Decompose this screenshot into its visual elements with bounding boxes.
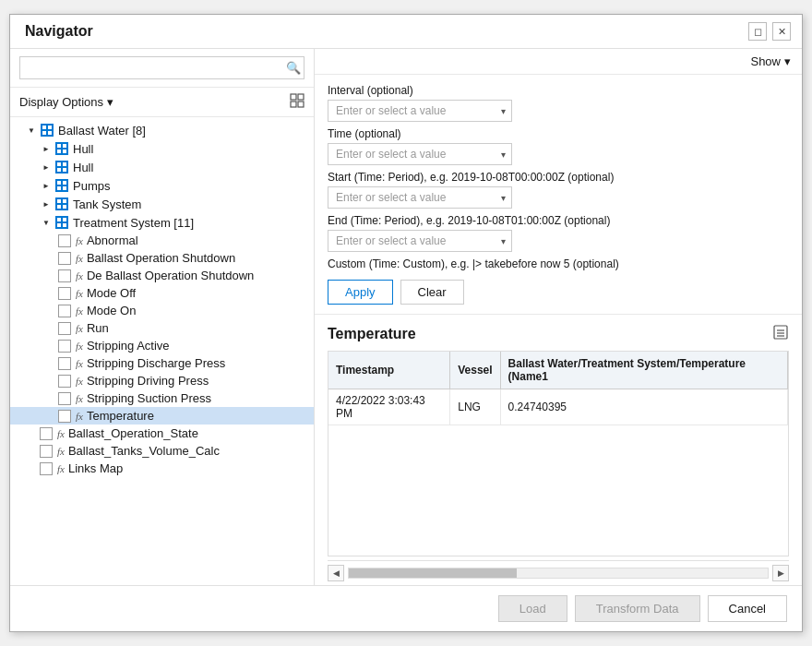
load-button: Load bbox=[498, 595, 567, 622]
tree-item-stripping-active[interactable]: fx Stripping Active bbox=[10, 337, 314, 354]
tree-label-de-ballast-op-shutdown: De Ballast Operation Shutdown bbox=[87, 269, 254, 282]
search-input-wrap: 🔍 bbox=[19, 56, 304, 79]
tree-item-abnormal[interactable]: fx Abnormal bbox=[10, 232, 314, 249]
checkbox-stripping-suction-press[interactable] bbox=[58, 392, 71, 405]
tree-label-ballast-water: Ballast Water [8] bbox=[58, 124, 146, 138]
checkbox-run[interactable] bbox=[58, 322, 71, 335]
checkbox-ballast-tanks-vol[interactable] bbox=[40, 445, 53, 458]
svg-rect-0 bbox=[291, 94, 296, 100]
interval-label: Interval (optional) bbox=[328, 84, 789, 97]
tree-item-ballast-water[interactable]: ▼ Ballast Water [8] bbox=[10, 121, 314, 139]
results-table-wrap: Timestamp Vessel Ballast Water/Treatment… bbox=[328, 351, 789, 556]
fx-icon-run: fx bbox=[76, 323, 83, 334]
fx-icon-stripping-active: fx bbox=[76, 341, 83, 352]
results-header: Temperature bbox=[328, 324, 789, 343]
tree-label-stripping-driving-press: Stripping Driving Press bbox=[87, 374, 209, 388]
search-input[interactable] bbox=[19, 56, 304, 79]
svg-rect-1 bbox=[298, 94, 304, 100]
tree-item-hull-2[interactable]: ► Hull bbox=[10, 158, 314, 176]
start-label: Start (Time: Period), e.g. 2019-10-08T00… bbox=[328, 171, 789, 184]
tree-item-stripping-discharge-press[interactable]: fx Stripping Discharge Press bbox=[10, 354, 314, 372]
clear-button[interactable]: Clear bbox=[400, 280, 464, 305]
display-options-button[interactable]: Display Options ▾ bbox=[19, 95, 113, 109]
tree-label-stripping-discharge-press: Stripping Discharge Press bbox=[87, 356, 225, 370]
expand-icon-hull-2: ► bbox=[40, 161, 53, 173]
checkbox-abnormal[interactable] bbox=[58, 234, 71, 247]
checkbox-temperature[interactable] bbox=[58, 410, 71, 423]
expand-icon-treatment-system: ▼ bbox=[40, 216, 53, 229]
time-select[interactable]: Enter or select a value bbox=[328, 143, 512, 165]
checkbox-stripping-discharge-press[interactable] bbox=[58, 357, 71, 370]
fx-icon-stripping-suction-press: fx bbox=[76, 393, 83, 404]
horizontal-scrollbar: ◀ ▶ bbox=[328, 560, 789, 585]
checkbox-links-map[interactable] bbox=[40, 462, 53, 475]
tree-item-tank-system[interactable]: ► Tank System bbox=[10, 195, 314, 213]
close-button[interactable]: ✕ bbox=[772, 22, 791, 41]
search-icon-button[interactable]: 🔍 bbox=[286, 61, 301, 75]
checkbox-stripping-driving-press[interactable] bbox=[58, 375, 71, 388]
search-bar: 🔍 bbox=[10, 49, 314, 88]
fx-icon-ballast-tanks-vol: fx bbox=[57, 446, 65, 457]
table-icon-tank-system bbox=[54, 197, 69, 211]
interval-select-wrap: Enter or select a value bbox=[328, 100, 512, 122]
fx-icon-stripping-driving-press: fx bbox=[76, 376, 83, 387]
scroll-right-arrow[interactable]: ▶ bbox=[772, 565, 789, 581]
checkbox-stripping-active[interactable] bbox=[58, 340, 71, 353]
tree-label-pumps: Pumps bbox=[73, 179, 110, 193]
svg-rect-4 bbox=[774, 326, 787, 339]
tree-label-ballast-op-state: Ballast_Operation_State bbox=[68, 426, 198, 440]
interval-select[interactable]: Enter or select a value bbox=[328, 100, 512, 122]
tree-item-temperature[interactable]: fx Temperature bbox=[10, 407, 314, 425]
tree-item-pumps[interactable]: ► Pumps bbox=[10, 176, 314, 195]
filter-row-custom: Custom (Time: Custom), e.g. |> takebefor… bbox=[328, 257, 789, 270]
checkbox-mode-on[interactable] bbox=[58, 305, 71, 317]
tree-item-hull-1[interactable]: ► Hull bbox=[10, 139, 314, 158]
start-select[interactable]: Enter or select a value bbox=[328, 186, 512, 209]
tree-list: ▼ Ballast Water [8] ► Hull bbox=[10, 117, 314, 481]
start-select-wrap: Enter or select a value bbox=[328, 186, 512, 209]
main-content: 🔍 Display Options ▾ bbox=[10, 49, 802, 585]
show-label: Show bbox=[750, 54, 781, 68]
show-arrow: ▾ bbox=[784, 54, 791, 68]
tree-item-ballast-op-state[interactable]: fx Ballast_Operation_State bbox=[10, 425, 314, 442]
checkbox-mode-off[interactable] bbox=[58, 287, 71, 300]
tree-item-run[interactable]: fx Run bbox=[10, 319, 314, 337]
select-all-icon-button[interactable] bbox=[290, 93, 304, 111]
export-icon[interactable] bbox=[772, 324, 789, 343]
tree-container[interactable]: ▼ Ballast Water [8] ► Hull bbox=[10, 117, 314, 585]
right-panel: Show ▾ Interval (optional) Enter or sele… bbox=[315, 49, 802, 585]
cell-value: 0.24740395 bbox=[500, 389, 787, 425]
table-icon-treatment-system bbox=[54, 215, 69, 230]
tree-item-ballast-op-shutdown[interactable]: fx Ballast Operation Shutdown bbox=[10, 249, 314, 267]
tree-item-stripping-suction-press[interactable]: fx Stripping Suction Press bbox=[10, 389, 314, 407]
filter-row-interval: Interval (optional) Enter or select a va… bbox=[328, 84, 789, 122]
tree-label-stripping-suction-press: Stripping Suction Press bbox=[87, 391, 211, 405]
tree-item-ballast-tanks-vol[interactable]: fx Ballast_Tanks_Volume_Calc bbox=[10, 442, 314, 460]
end-select[interactable]: Enter or select a value bbox=[328, 230, 512, 252]
tree-item-de-ballast-op-shutdown[interactable]: fx De Ballast Operation Shutdown bbox=[10, 267, 314, 284]
end-select-wrap: Enter or select a value bbox=[328, 230, 512, 252]
cancel-button[interactable]: Cancel bbox=[708, 595, 787, 622]
tree-item-mode-off[interactable]: fx Mode Off bbox=[10, 284, 314, 302]
tree-item-mode-on[interactable]: fx Mode On bbox=[10, 302, 314, 319]
show-button[interactable]: Show ▾ bbox=[750, 54, 791, 68]
col-timestamp: Timestamp bbox=[328, 352, 450, 389]
tree-item-links-map[interactable]: fx Links Map bbox=[10, 460, 314, 477]
checkbox-de-ballast-op-shutdown[interactable] bbox=[58, 269, 71, 282]
checkbox-ballast-op-shutdown[interactable] bbox=[58, 252, 71, 265]
apply-button[interactable]: Apply bbox=[328, 280, 393, 305]
scroll-left-arrow[interactable]: ◀ bbox=[328, 565, 344, 581]
end-label: End (Time: Period), e.g. 2019-10-08T01:0… bbox=[328, 214, 789, 227]
table-row: 4/22/2022 3:03:43 PM LNG 0.24740395 bbox=[328, 389, 788, 425]
scrollbar-track[interactable] bbox=[348, 568, 769, 579]
restore-button[interactable]: ◻ bbox=[748, 22, 767, 41]
scrollbar-thumb bbox=[349, 568, 517, 578]
tree-item-stripping-driving-press[interactable]: fx Stripping Driving Press bbox=[10, 372, 314, 389]
table-icon-pumps bbox=[54, 178, 69, 193]
tree-label-links-map: Links Map bbox=[68, 461, 123, 475]
svg-rect-3 bbox=[298, 102, 304, 107]
checkbox-ballast-op-state[interactable] bbox=[40, 427, 53, 440]
window-controls: ◻ ✕ bbox=[748, 22, 791, 41]
tree-item-treatment-system[interactable]: ▼ Treatment System [11] bbox=[10, 213, 314, 232]
title-bar: Navigator ◻ ✕ bbox=[10, 15, 802, 49]
